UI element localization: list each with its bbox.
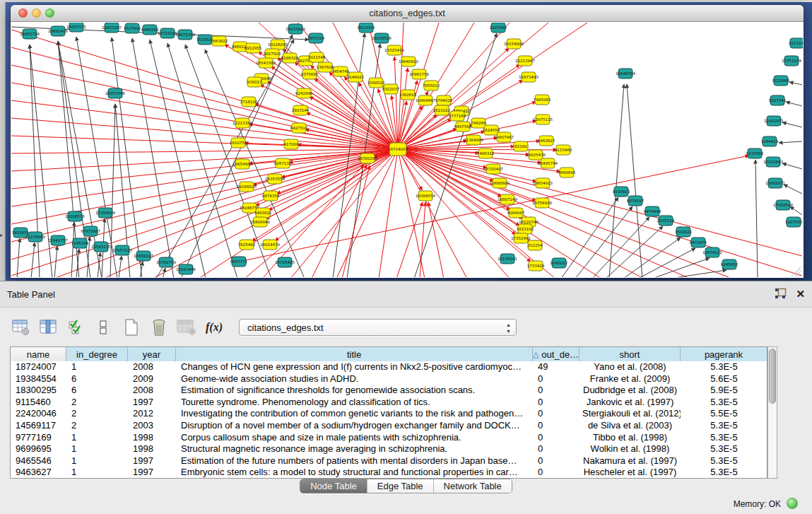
- function-builder-button[interactable]: f(x): [204, 317, 224, 337]
- network-window-title: citations_edges.txt: [11, 5, 804, 22]
- tab-network-table[interactable]: Network Table: [433, 479, 512, 493]
- cell-in_degree: 1: [66, 467, 128, 479]
- table-row[interactable]: 911546021997Tourette syndrome. Phenomeno…: [11, 397, 767, 409]
- svg-text:1615192: 1615192: [517, 227, 534, 231]
- table-row[interactable]: 1456911722003Disruption of a novel membe…: [11, 420, 767, 432]
- citation-network-graph[interactable]: 1405571420691406189371711065328715276026…: [11, 23, 803, 277]
- column-header-out_de[interactable]: △out_de…: [533, 347, 579, 361]
- svg-text:18495794: 18495794: [538, 161, 558, 165]
- float-panel-icon[interactable]: [775, 288, 787, 300]
- cell-name: 18724007: [11, 361, 66, 373]
- tab-edge-table[interactable]: Edge Table: [367, 479, 433, 493]
- table-row[interactable]: 1872400712008Changes of HCN gene express…: [11, 361, 767, 373]
- table-header-row: namein_degreeyeartitle△out_de…shortpager…: [11, 347, 767, 361]
- cell-short: Jankovic et al. (1997): [579, 397, 681, 409]
- column-header-pagerank[interactable]: pagerank: [681, 347, 767, 361]
- network-window-titlebar[interactable]: citations_edges.txt: [11, 5, 804, 22]
- svg-text:17957223: 17957223: [112, 248, 132, 252]
- svg-text:10653287: 10653287: [102, 25, 122, 30]
- svg-text:8878354: 8878354: [262, 194, 280, 198]
- svg-text:9794028: 9794028: [435, 98, 453, 103]
- table-vertical-scrollbar[interactable]: [767, 346, 777, 479]
- unselect-columns-button[interactable]: [94, 317, 114, 337]
- svg-text:16136141: 16136141: [498, 257, 517, 261]
- svg-text:12091871: 12091871: [764, 119, 784, 123]
- svg-text:9474444: 9474444: [644, 209, 661, 214]
- column-header-year[interactable]: year: [128, 347, 176, 361]
- svg-text:9827503: 9827503: [264, 52, 281, 56]
- svg-text:8215958: 8215958: [746, 151, 764, 156]
- attribute-table[interactable]: namein_degreeyeartitle△out_de…shortpager…: [10, 346, 767, 479]
- column-header-in_degree[interactable]: in_degree: [66, 347, 128, 361]
- cell-year: 1997: [128, 467, 176, 479]
- table-row[interactable]: 2242004622012Investigating the contribut…: [11, 408, 767, 420]
- tab-node-table[interactable]: Node Table: [300, 479, 367, 493]
- close-panel-icon[interactable]: ✕: [796, 288, 805, 300]
- collapsed-panel-strip[interactable]: ▸: [0, 2, 6, 283]
- cell-pagerank: 5.3E-5: [681, 455, 767, 467]
- svg-text:8322037: 8322037: [382, 87, 400, 91]
- column-header-name[interactable]: name: [11, 347, 66, 361]
- zoom-window-button[interactable]: [45, 8, 54, 18]
- table-row[interactable]: 977716911998Corpus callosum shape and si…: [11, 432, 767, 444]
- table-row[interactable]: 1938455462009Genome-wide association stu…: [11, 373, 767, 385]
- svg-text:10958107: 10958107: [134, 254, 153, 258]
- cell-year: 2008: [128, 361, 176, 373]
- delete-table-button-disabled[interactable]: [177, 317, 196, 337]
- svg-text:12213389: 12213389: [233, 121, 252, 125]
- svg-text:16961758: 16961758: [409, 72, 429, 76]
- table-body: 1872400712008Changes of HCN gene express…: [11, 361, 767, 479]
- svg-text:15609948: 15609948: [250, 220, 270, 224]
- select-all-columns-button[interactable]: [66, 317, 86, 337]
- svg-text:13505135: 13505135: [91, 245, 111, 249]
- svg-text:14671358: 14671358: [175, 33, 195, 37]
- table-row[interactable]: 946362711997Embryonic stem cells: a mode…: [11, 467, 767, 479]
- table-row[interactable]: 1830029562008Estimation of significance …: [11, 385, 767, 397]
- cell-pagerank: 5.3E-5: [681, 467, 767, 479]
- svg-text:1527602: 1527602: [124, 26, 141, 30]
- delete-column-button[interactable]: [149, 317, 169, 337]
- table-row[interactable]: 946554611997Estimation of the future num…: [11, 455, 767, 467]
- cell-in_degree: 6: [66, 373, 128, 385]
- cell-in_degree: 6: [66, 385, 128, 397]
- svg-text:19654923: 19654923: [533, 181, 553, 185]
- svg-text:6497568: 6497568: [454, 124, 472, 129]
- network-canvas[interactable]: 1405571420691406189371711065328715276026…: [11, 23, 803, 277]
- close-window-button[interactable]: [18, 8, 28, 18]
- cell-year: 1997: [128, 397, 176, 409]
- svg-text:2718120: 2718120: [240, 100, 258, 104]
- table-selector-dropdown[interactable]: citations_edges.txt ▲▼: [239, 319, 517, 336]
- table-settings-button[interactable]: [11, 317, 31, 337]
- cytoscape-app: ▸ citations_edges.txt 140557142069140618…: [0, 0, 812, 514]
- svg-text:9857771: 9857771: [230, 259, 248, 264]
- svg-text:6879197: 6879197: [627, 199, 645, 203]
- cell-pagerank: 5.3E-5: [681, 420, 767, 432]
- table-row[interactable]: 969969511998Structural magnetic resonanc…: [11, 443, 767, 455]
- svg-text:8427512: 8427512: [290, 126, 308, 130]
- svg-text:8454749: 8454749: [332, 69, 350, 74]
- memory-ok-indicator[interactable]: [787, 498, 798, 509]
- table-panel-body: f(x) citations_edges.txt ▲▼ namein_degre…: [0, 307, 812, 514]
- svg-text:13325419: 13325419: [384, 48, 404, 52]
- svg-text:14055714: 14055714: [20, 32, 40, 36]
- svg-text:16543382: 16543382: [256, 61, 276, 65]
- svg-text:1145194: 1145194: [71, 241, 89, 245]
- svg-text:8813054: 8813054: [358, 25, 375, 30]
- column-header-title[interactable]: title: [176, 347, 533, 361]
- cell-title: Disruption of a novel member of a sodium…: [176, 420, 533, 432]
- cell-title: Corpus callosum shape and size in male p…: [176, 432, 533, 444]
- cell-pagerank: 5.5E-5: [681, 408, 767, 420]
- cell-pagerank: 5.3E-5: [681, 397, 767, 409]
- svg-text:20206576: 20206576: [65, 214, 85, 218]
- scrollbar-thumb[interactable]: [769, 349, 776, 404]
- svg-text:12213967: 12213967: [515, 59, 535, 63]
- column-header-short[interactable]: short: [579, 347, 681, 361]
- svg-text:252254: 252254: [528, 243, 543, 247]
- svg-text:5493822: 5493822: [254, 211, 272, 215]
- memory-status-label: Memory: OK: [734, 499, 781, 509]
- table-toolbar: f(x) citations_edges.txt ▲▼: [11, 316, 517, 339]
- create-column-button[interactable]: [122, 317, 141, 337]
- column-visibility-button[interactable]: [39, 317, 59, 337]
- minimize-window-button[interactable]: [32, 8, 41, 18]
- svg-text:2087682: 2087682: [490, 25, 507, 30]
